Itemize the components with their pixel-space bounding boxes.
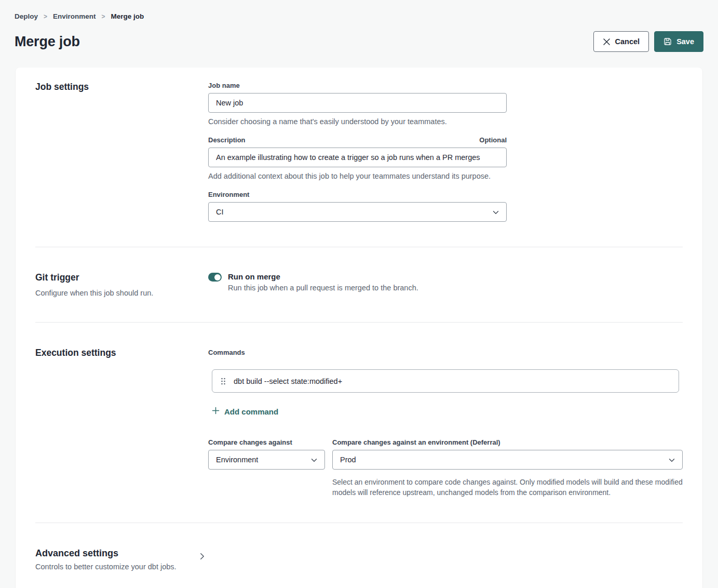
job-settings-heading: Job settings <box>35 82 208 92</box>
execution-settings-section: Execution settings Commands <box>35 348 683 498</box>
description-label: Description <box>208 136 246 144</box>
job-name-field-group: Job name Consider choosing a name that's… <box>208 82 507 126</box>
run-on-merge-toggle[interactable] <box>208 273 222 282</box>
advanced-settings-subheading: Controls to better customize your dbt jo… <box>35 563 198 571</box>
section-divider <box>35 523 683 523</box>
environment-select[interactable]: CI <box>208 202 507 222</box>
page-header: Deploy > Environment > Merge job Merge j… <box>0 0 718 52</box>
breadcrumb: Deploy > Environment > Merge job <box>15 12 703 20</box>
command-input[interactable] <box>234 377 671 385</box>
breadcrumb-merge-job: Merge job <box>111 12 144 20</box>
section-divider <box>35 322 683 323</box>
deferral-select[interactable]: Prod <box>332 450 683 470</box>
deferral-label: Compare changes against an environment (… <box>332 438 500 446</box>
page-title: Merge job <box>15 34 80 50</box>
git-trigger-heading: Git trigger <box>35 272 208 283</box>
chevron-down-icon <box>493 208 499 216</box>
job-name-helper: Consider choosing a name that's easily u… <box>208 117 507 126</box>
environment-field-group: Environment CI <box>208 191 507 222</box>
chevron-down-icon <box>669 456 675 464</box>
save-button-label: Save <box>676 37 694 46</box>
run-on-merge-description: Run this job when a pull request is merg… <box>228 284 418 292</box>
compare-changes-label: Compare changes against <box>208 438 292 446</box>
run-on-merge-label: Run on merge <box>228 272 418 281</box>
drag-handle-icon[interactable] <box>220 377 227 386</box>
job-name-input[interactable] <box>208 93 507 113</box>
git-trigger-section: Git trigger Configure when this job shou… <box>35 272 683 297</box>
header-actions: Cancel Save <box>593 31 703 52</box>
breadcrumb-separator: > <box>102 13 105 20</box>
job-settings-section: Job settings Job name Consider choosing … <box>35 82 683 222</box>
chevron-right-icon[interactable] <box>198 551 207 562</box>
breadcrumb-separator: > <box>44 13 47 20</box>
advanced-settings-section[interactable]: Advanced settings Controls to better cus… <box>35 548 683 571</box>
toggle-knob <box>214 274 221 280</box>
deferral-group: Compare changes against an environment (… <box>332 438 683 498</box>
environment-select-value: CI <box>216 208 224 216</box>
save-button[interactable]: Save <box>654 31 703 52</box>
job-form-card: Job settings Job name Consider choosing … <box>16 68 702 588</box>
compare-changes-group: Compare changes against Environment <box>208 438 325 498</box>
deferral-select-value: Prod <box>340 456 356 464</box>
description-optional-tag: Optional <box>479 136 507 144</box>
add-command-button[interactable]: Add command <box>212 407 278 416</box>
add-command-label: Add command <box>224 407 278 416</box>
compare-changes-select-value: Environment <box>216 456 258 464</box>
cancel-button-label: Cancel <box>615 37 640 46</box>
breadcrumb-deploy[interactable]: Deploy <box>15 12 38 20</box>
compare-changes-select[interactable]: Environment <box>208 450 325 470</box>
chevron-down-icon <box>311 456 317 464</box>
floppy-disk-icon <box>663 37 672 46</box>
git-trigger-subheading: Configure when this job should run. <box>35 289 208 297</box>
description-input[interactable] <box>208 148 507 167</box>
cancel-button[interactable]: Cancel <box>593 31 649 52</box>
breadcrumb-environment[interactable]: Environment <box>53 12 96 20</box>
section-divider <box>35 247 683 247</box>
commands-label: Commands <box>208 349 245 356</box>
command-row <box>212 369 679 393</box>
plus-icon <box>212 407 220 416</box>
description-helper: Add additional context about this job to… <box>208 172 507 180</box>
x-icon <box>603 38 611 46</box>
description-field-group: Description Optional Add additional cont… <box>208 136 507 180</box>
job-name-label: Job name <box>208 82 240 89</box>
execution-settings-heading: Execution settings <box>35 348 208 358</box>
advanced-settings-heading: Advanced settings <box>35 548 198 559</box>
deferral-helper: Select an environment to compare code ch… <box>332 477 683 498</box>
environment-label: Environment <box>208 191 249 198</box>
run-on-merge-setting: Run on merge Run this job when a pull re… <box>208 272 418 292</box>
